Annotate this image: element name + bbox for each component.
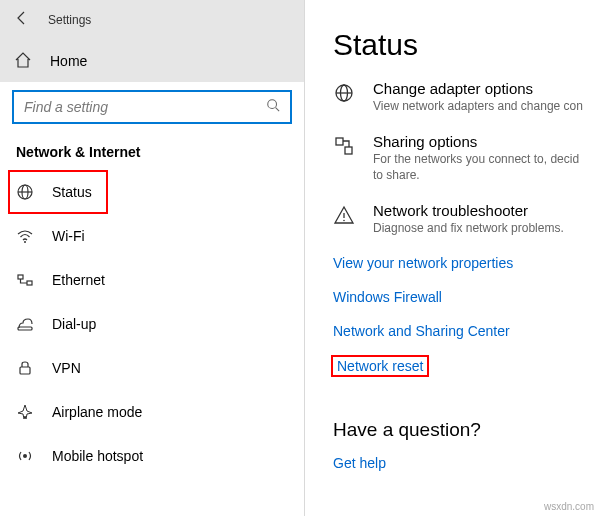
svg-rect-7 bbox=[27, 281, 32, 285]
link-firewall[interactable]: Windows Firewall bbox=[333, 289, 600, 305]
dialup-icon bbox=[16, 315, 34, 333]
option-title: Sharing options bbox=[373, 133, 579, 150]
home-label: Home bbox=[50, 53, 87, 69]
sidebar-item-label: Status bbox=[52, 184, 92, 200]
warning-icon bbox=[333, 204, 355, 226]
airplane-icon bbox=[16, 403, 34, 421]
sidebar-item-label: Mobile hotspot bbox=[52, 448, 143, 464]
search-input[interactable] bbox=[24, 99, 266, 115]
option-adapter[interactable]: Change adapter options View network adap… bbox=[333, 80, 600, 113]
watermark: wsxdn.com bbox=[544, 501, 594, 512]
svg-point-10 bbox=[23, 454, 27, 458]
home-row[interactable]: Home bbox=[0, 40, 304, 82]
sidebar-item-label: Airplane mode bbox=[52, 404, 142, 420]
link-network-reset[interactable]: Network reset bbox=[333, 357, 427, 375]
sidebar-item-wifi[interactable]: Wi-Fi bbox=[0, 214, 304, 258]
svg-rect-14 bbox=[336, 138, 343, 145]
sidebar-item-status[interactable]: Status bbox=[8, 170, 108, 214]
search-wrap bbox=[0, 82, 304, 132]
sidebar-item-label: Ethernet bbox=[52, 272, 105, 288]
svg-rect-8 bbox=[18, 327, 32, 330]
svg-rect-15 bbox=[345, 147, 352, 154]
svg-rect-9 bbox=[20, 367, 30, 374]
sidebar-item-dialup[interactable]: Dial-up bbox=[0, 302, 304, 346]
globe-icon bbox=[16, 183, 34, 201]
svg-point-17 bbox=[343, 220, 345, 222]
option-desc: For the networks you connect to, decid bbox=[373, 152, 579, 166]
sharing-icon bbox=[333, 135, 355, 157]
sidebar-item-label: Wi-Fi bbox=[52, 228, 85, 244]
content: Status Change adapter options View netwo… bbox=[305, 0, 600, 516]
vpn-icon bbox=[16, 359, 34, 377]
question-heading: Have a question? bbox=[333, 419, 600, 441]
wifi-icon bbox=[16, 227, 34, 245]
sidebar: Settings Home Network & Internet Status … bbox=[0, 0, 305, 516]
app-title: Settings bbox=[48, 13, 91, 27]
svg-point-5 bbox=[24, 241, 26, 243]
ethernet-icon bbox=[16, 271, 34, 289]
sidebar-item-label: Dial-up bbox=[52, 316, 96, 332]
sidebar-item-ethernet[interactable]: Ethernet bbox=[0, 258, 304, 302]
option-title: Change adapter options bbox=[373, 80, 583, 97]
option-desc2: to share. bbox=[373, 168, 579, 182]
hotspot-icon bbox=[16, 447, 34, 465]
sidebar-item-hotspot[interactable]: Mobile hotspot bbox=[0, 434, 304, 478]
option-desc: View network adapters and change con bbox=[373, 99, 583, 113]
option-title: Network troubleshooter bbox=[373, 202, 564, 219]
link-sharing-center[interactable]: Network and Sharing Center bbox=[333, 323, 600, 339]
home-icon bbox=[14, 51, 32, 72]
search-box[interactable] bbox=[12, 90, 292, 124]
sidebar-item-vpn[interactable]: VPN bbox=[0, 346, 304, 390]
back-icon[interactable] bbox=[14, 10, 30, 30]
adapter-icon bbox=[333, 82, 355, 104]
sidebar-item-label: VPN bbox=[52, 360, 81, 376]
option-sharing[interactable]: Sharing options For the networks you con… bbox=[333, 133, 600, 182]
link-view-properties[interactable]: View your network properties bbox=[333, 255, 600, 271]
svg-point-0 bbox=[268, 100, 277, 109]
titlebar: Settings bbox=[0, 0, 304, 40]
link-get-help[interactable]: Get help bbox=[333, 455, 600, 471]
svg-line-1 bbox=[276, 108, 280, 112]
sidebar-item-airplane[interactable]: Airplane mode bbox=[0, 390, 304, 434]
search-icon bbox=[266, 98, 280, 116]
option-troubleshooter[interactable]: Network troubleshooter Diagnose and fix … bbox=[333, 202, 600, 235]
page-title: Status bbox=[333, 28, 600, 62]
section-title: Network & Internet bbox=[0, 132, 304, 170]
svg-rect-6 bbox=[18, 275, 23, 279]
option-desc: Diagnose and fix network problems. bbox=[373, 221, 564, 235]
